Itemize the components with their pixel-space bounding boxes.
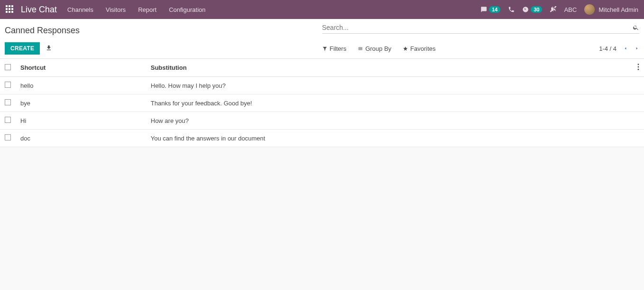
messages-chip[interactable]: 14 — [481, 6, 500, 13]
clock-icon — [522, 6, 529, 13]
groupby-button[interactable]: Group By — [358, 45, 391, 52]
menu-report[interactable]: Report — [138, 6, 156, 13]
company-switcher[interactable]: ABC — [564, 6, 577, 13]
table-row[interactable]: docYou can find the answers in our docum… — [0, 130, 644, 147]
pager-prev[interactable] — [623, 45, 628, 52]
col-options[interactable] — [633, 59, 644, 77]
records-table: Shortcut Substitution helloHello. How ma… — [0, 59, 644, 147]
menu-visitors[interactable]: Visitors — [106, 6, 126, 13]
row-checkbox-cell — [0, 112, 16, 130]
activity-badge: 30 — [531, 6, 542, 13]
funnel-icon — [322, 46, 327, 51]
table-row[interactable]: helloHello. How may I help you? — [0, 77, 644, 94]
pager: 1-4 / 4 — [599, 45, 639, 52]
svg-point-1 — [638, 66, 639, 68]
top-nav: Live Chat Channels Visitors Report Confi… — [0, 0, 644, 19]
main-menu: Channels Visitors Report Configuration — [67, 6, 206, 13]
phone-icon — [508, 6, 515, 13]
messages-icon — [481, 6, 487, 13]
cell-empty — [633, 94, 644, 112]
svg-point-0 — [638, 64, 639, 65]
cell-empty — [633, 112, 644, 130]
filters-button[interactable]: Filters — [322, 45, 346, 52]
search-bar[interactable] — [322, 24, 640, 34]
filters-label: Filters — [330, 45, 346, 52]
phone-chip[interactable] — [508, 6, 515, 13]
cell-substitution: How are you? — [146, 112, 633, 130]
header-checkbox-cell — [0, 59, 16, 77]
cell-shortcut: hello — [16, 77, 146, 94]
row-checkbox[interactable] — [5, 134, 11, 140]
cell-shortcut: bye — [16, 94, 146, 112]
user-menu[interactable]: Mitchell Admin — [584, 4, 638, 15]
cell-empty — [633, 130, 644, 147]
menu-channels[interactable]: Channels — [67, 6, 93, 13]
control-panel: Canned Responses CREATE Filters Group By… — [0, 19, 644, 59]
list-icon — [358, 46, 363, 51]
search-input[interactable] — [322, 24, 633, 31]
svg-point-2 — [638, 69, 639, 70]
pager-text: 1-4 / 4 — [599, 45, 617, 52]
table-row[interactable]: HiHow are you? — [0, 112, 644, 130]
cell-substitution: You can find the answers in our document — [146, 130, 633, 147]
row-checkbox-cell — [0, 77, 16, 94]
favorites-button[interactable]: Favorites — [403, 45, 435, 52]
groupby-label: Group By — [365, 45, 391, 52]
avatar — [584, 4, 595, 15]
table-row[interactable]: byeThanks for your feedback. Good bye! — [0, 94, 644, 112]
cell-substitution: Thanks for your feedback. Good bye! — [146, 94, 633, 112]
row-checkbox[interactable] — [5, 99, 11, 105]
activity-chip[interactable]: 30 — [522, 6, 542, 13]
download-icon — [45, 45, 52, 51]
messages-badge: 14 — [489, 6, 500, 13]
create-button[interactable]: CREATE — [5, 42, 40, 55]
pager-next[interactable] — [635, 45, 639, 52]
user-name: Mitchell Admin — [599, 6, 638, 13]
cell-shortcut: Hi — [16, 112, 146, 130]
cell-shortcut: doc — [16, 130, 146, 147]
kebab-icon — [637, 64, 639, 70]
debug-icon — [550, 6, 556, 13]
search-icon[interactable] — [633, 24, 639, 31]
star-icon — [403, 46, 408, 51]
favorites-label: Favorites — [410, 45, 435, 52]
breadcrumb: Canned Responses — [5, 26, 80, 36]
row-checkbox-cell — [0, 94, 16, 112]
nav-right: 14 30 ABC Mitchell Admin — [481, 4, 638, 15]
cp-tools: Filters Group By Favorites 1-4 / 4 — [322, 45, 640, 52]
select-all-checkbox[interactable] — [5, 64, 11, 70]
import-button[interactable] — [45, 45, 52, 53]
col-substitution[interactable]: Substitution — [146, 59, 633, 77]
cell-empty — [633, 77, 644, 94]
cell-substitution: Hello. How may I help you? — [146, 77, 633, 94]
row-checkbox-cell — [0, 130, 16, 147]
debug-chip[interactable] — [550, 6, 556, 13]
menu-configuration[interactable]: Configuration — [169, 6, 205, 13]
apps-icon[interactable] — [6, 5, 14, 14]
col-shortcut[interactable]: Shortcut — [16, 59, 146, 77]
app-brand[interactable]: Live Chat — [21, 5, 57, 15]
row-checkbox[interactable] — [5, 117, 11, 123]
row-checkbox[interactable] — [5, 82, 11, 88]
